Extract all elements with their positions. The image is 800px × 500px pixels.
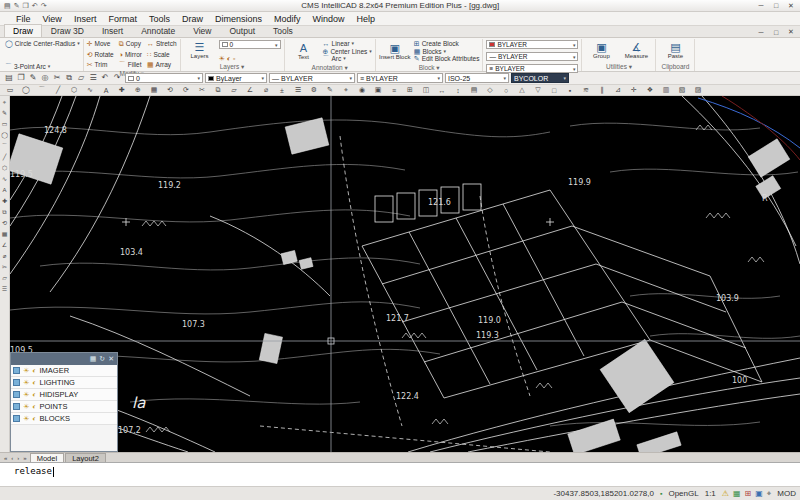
layer-color-icon[interactable] — [13, 379, 20, 386]
rotate-button[interactable]: ⟲Rotate — [87, 51, 114, 59]
layer-on-icon[interactable]: ☀ — [23, 379, 29, 387]
strip-icon[interactable]: □ — [546, 87, 562, 94]
left-toolbar-icon[interactable]: ◯ — [1, 131, 8, 140]
quick-access-icon[interactable]: ▤ — [4, 1, 11, 11]
strip-icon[interactable]: ✚ — [114, 86, 130, 94]
strip-icon[interactable]: ▣ — [370, 86, 386, 94]
strip-icon[interactable]: ╱ — [50, 86, 66, 94]
left-toolbar-icon[interactable]: ▱ — [2, 274, 7, 283]
linetype-property-combo[interactable]: —BYLAYER▾ — [486, 52, 578, 61]
strip-icon[interactable]: ✎ — [322, 86, 338, 94]
color-combo[interactable]: ByLayer▾ — [205, 73, 267, 83]
utilities-group-caption[interactable]: Utilities ▾ — [585, 63, 652, 71]
panel-header-icon[interactable]: ↻ — [99, 355, 105, 363]
menu-modify[interactable]: Modify — [268, 14, 307, 24]
strip-icon[interactable]: ⊕ — [130, 86, 146, 94]
strip-icon[interactable]: ⧉ — [210, 86, 226, 94]
strip-icon[interactable]: ▱ — [226, 86, 242, 94]
layout-tab-layout2[interactable]: Layout2 — [65, 453, 106, 462]
ribbon-tab-annotate[interactable]: Annotate — [132, 24, 184, 37]
doc-window-control-icon[interactable]: ─ — [754, 27, 768, 37]
layer-freeze-icon[interactable]: ◐ — [32, 391, 36, 398]
status-toggle-icon[interactable]: ⌖ — [767, 489, 772, 499]
quick-access-icon[interactable]: ❐ — [23, 1, 29, 11]
circle-center-radius-button[interactable]: ◯ Circle Center-Radius ▾ — [5, 40, 80, 48]
strip-icon[interactable]: ▽ — [530, 86, 546, 94]
left-toolbar-icon[interactable]: ⌀ — [3, 252, 7, 261]
left-toolbar-icon[interactable]: ⬡ — [2, 164, 7, 173]
ribbon-tab-draw[interactable]: Draw — [4, 24, 42, 37]
window-control-icon[interactable]: □ — [769, 1, 783, 11]
layer-freeze-icon[interactable]: ◐ — [32, 403, 36, 410]
lineweight-combo[interactable]: ≡BYLAYER▾ — [357, 73, 443, 83]
strip-icon[interactable]: ☰ — [290, 86, 306, 94]
left-toolbar-icon[interactable]: ☰ — [2, 285, 7, 294]
ribbon-tab-draw-3d[interactable]: Draw 3D — [42, 24, 93, 37]
layer-color-icon[interactable] — [13, 391, 20, 398]
layer-combo[interactable]: 0▾ — [125, 73, 203, 83]
layer-color-icon[interactable] — [13, 415, 20, 422]
strip-icon[interactable]: ✂ — [194, 86, 210, 94]
stretch-button[interactable]: ↔Stretch — [147, 40, 177, 48]
left-toolbar-icon[interactable]: ∿ — [2, 175, 7, 184]
strip-icon[interactable]: ⬡ — [66, 86, 82, 94]
toolbar-icon[interactable]: ❐ — [15, 73, 27, 83]
layer-on-icon[interactable]: ☀ — [23, 367, 29, 375]
layers-button[interactable]: ☰ Layers — [184, 39, 216, 63]
paste-button[interactable]: ▤ Paste — [659, 39, 691, 63]
strip-icon[interactable]: ∠ — [242, 86, 258, 94]
strip-icon[interactable]: ≋ — [578, 86, 594, 94]
status-toggle-icon[interactable]: ▦ — [733, 489, 741, 499]
edit-block-attributes-button[interactable]: ✎Edit Block Attributes — [414, 55, 480, 63]
quick-access-icon[interactable]: ✎ — [14, 1, 20, 11]
toolbar-icon[interactable]: ☰ — [87, 73, 99, 83]
strip-icon[interactable]: △ — [514, 86, 530, 94]
left-toolbar-icon[interactable]: ⌒ — [2, 142, 8, 151]
layer-row[interactable]: ☀◐HIDISPLAY — [11, 389, 117, 401]
toolbar-icon[interactable]: ✎ — [27, 73, 39, 83]
arc-dimension-button[interactable]: ⌒Arc▾ — [323, 55, 372, 63]
strip-icon[interactable]: ⌒ — [34, 85, 50, 95]
layers-group-caption[interactable]: Layers ▾ — [184, 63, 281, 71]
toolbar-icon[interactable]: ↷ — [111, 73, 123, 83]
strip-icon[interactable]: ↕ — [450, 87, 466, 94]
strip-icon[interactable]: ▧ — [674, 86, 690, 94]
layout-nav-icon[interactable]: « — [2, 455, 9, 461]
create-block-button[interactable]: ⊞Create Block — [414, 40, 480, 48]
toolbar-icon[interactable]: ▱ — [75, 73, 87, 83]
ribbon-tab-view[interactable]: View — [184, 24, 220, 37]
linear-dimension-button[interactable]: ↔Linear▾ — [323, 40, 372, 48]
trim-button[interactable]: ✂Trim — [87, 61, 114, 69]
strip-icon[interactable]: ▨ — [690, 86, 706, 94]
layer-row[interactable]: ☀◐BLOCKS — [11, 413, 117, 425]
left-toolbar-icon[interactable]: A — [2, 186, 6, 195]
layer-freeze-icon[interactable]: ◐ — [32, 379, 36, 386]
strip-icon[interactable]: ▭ — [2, 86, 18, 94]
menu-view[interactable]: View — [37, 14, 68, 24]
layout-tab-model[interactable]: Model — [30, 453, 64, 462]
left-toolbar-icon[interactable]: ▭ — [2, 120, 8, 129]
strip-icon[interactable]: ∿ — [82, 86, 98, 94]
layer-freeze-icon[interactable]: ◐ — [32, 415, 36, 422]
strip-icon[interactable]: ⟳ — [178, 86, 194, 94]
left-toolbar-icon[interactable]: ▦ — [2, 230, 8, 239]
strip-icon[interactable]: ⟲ — [162, 86, 178, 94]
move-button[interactable]: ✛Move — [87, 40, 114, 48]
toolbar-icon[interactable]: ◎ — [39, 73, 51, 83]
strip-icon[interactable]: ◇ — [482, 86, 498, 94]
layer-freeze-icon[interactable]: ◐ — [32, 367, 36, 374]
mirror-button[interactable]: ◑Mirror — [119, 51, 142, 59]
left-toolbar-icon[interactable]: ∠ — [2, 241, 7, 250]
left-toolbar-icon[interactable]: ✎ — [2, 109, 7, 118]
layer-on-icon[interactable]: ☀ — [23, 415, 29, 423]
annotation-group-caption[interactable]: Annotation ▾ — [288, 64, 372, 72]
layout-nav-icon[interactable]: » — [21, 455, 28, 461]
strip-icon[interactable]: ▦ — [146, 86, 162, 94]
strip-icon[interactable]: ▤ — [466, 86, 482, 94]
strip-icon[interactable]: ± — [274, 87, 290, 94]
menu-file[interactable]: File — [10, 14, 37, 24]
strip-icon[interactable]: ○ — [498, 87, 514, 94]
toolbar-icon[interactable]: ↶ — [99, 73, 111, 83]
layer-panel[interactable]: ▦↻✕ ☀◐IMAGER☀◐LIGHTING☀◐HIDISPLAY☀◐POINT… — [10, 352, 118, 452]
menu-dimensions[interactable]: Dimensions — [209, 14, 268, 24]
